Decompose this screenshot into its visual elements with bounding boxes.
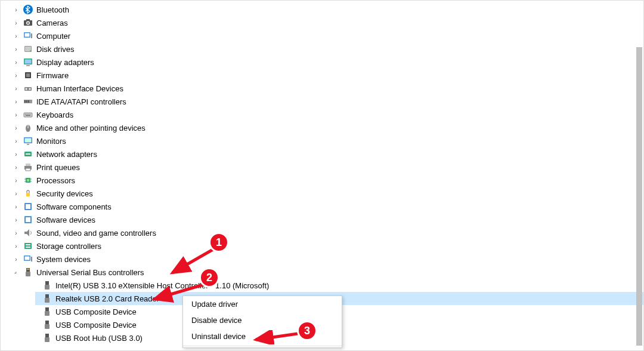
menu-uninstall-device[interactable]: Uninstall device: [183, 328, 342, 344]
usb-device-icon: [42, 281, 52, 290]
category-system[interactable]: › System devices: [13, 253, 643, 266]
storage-icon: [23, 241, 33, 251]
svg-rect-27: [29, 114, 29, 115]
category-computer[interactable]: › Computer: [13, 29, 643, 42]
ide-icon: [23, 97, 33, 106]
expand-icon[interactable]: ›: [13, 230, 20, 236]
category-cameras[interactable]: › Cameras: [13, 16, 643, 29]
category-hid[interactable]: › Human Interface Devices: [13, 82, 643, 95]
annotation-badge-1: 1: [209, 232, 229, 253]
monitor-icon: [23, 136, 33, 146]
category-storage[interactable]: › Storage controllers: [13, 239, 643, 253]
expand-icon[interactable]: ›: [13, 151, 20, 158]
category-label: Software components: [36, 202, 112, 211]
usb-device[interactable]: Intel(R) USB 3.10 eXtensible Host Contro…: [35, 279, 643, 292]
svg-rect-64: [45, 294, 49, 298]
expand-icon[interactable]: ›: [13, 217, 20, 223]
expand-icon[interactable]: ›: [13, 256, 20, 263]
camera-icon: [23, 18, 33, 27]
category-print[interactable]: › Print queues: [13, 161, 643, 174]
expand-icon[interactable]: ›: [13, 190, 20, 197]
category-keyboards[interactable]: › Keyboards: [13, 108, 643, 121]
category-label: Computer: [36, 32, 70, 41]
usb-icon: [23, 267, 33, 277]
expand-icon[interactable]: ›: [13, 125, 20, 131]
hid-icon: [23, 84, 33, 93]
category-sound[interactable]: › Sound, video and game controllers: [13, 226, 643, 239]
expand-icon[interactable]: ›: [13, 7, 20, 13]
expand-icon[interactable]: ›: [13, 164, 20, 171]
expand-icon[interactable]: ›: [13, 33, 20, 39]
usb-device-icon: [42, 320, 52, 330]
expand-icon[interactable]: ›: [13, 85, 20, 92]
expand-icon[interactable]: ›: [13, 72, 20, 79]
expand-icon[interactable]: ›: [13, 98, 20, 105]
annotation-badge-2: 2: [199, 267, 219, 288]
security-icon: [23, 189, 33, 198]
category-label: Monitors: [36, 137, 66, 146]
category-label: Print queues: [36, 163, 80, 172]
expand-icon[interactable]: ›: [13, 243, 20, 250]
category-display[interactable]: › Display adapters: [13, 56, 643, 69]
svg-rect-54: [26, 247, 30, 248]
category-ide[interactable]: › IDE ATA/ATAPI controllers: [13, 95, 643, 108]
svg-rect-7: [31, 33, 32, 38]
menu-update-driver[interactable]: Update driver: [183, 296, 342, 312]
svg-rect-20: [24, 100, 26, 103]
svg-rect-23: [24, 113, 32, 117]
expand-icon[interactable]: ›: [13, 20, 20, 26]
device-label: Realtek USB 2.0 Card Reader: [55, 294, 159, 303]
keyboard-icon: [23, 110, 33, 119]
category-label: Sound, video and game controllers: [36, 229, 156, 238]
category-disk[interactable]: › Disk drives: [13, 42, 643, 56]
svg-rect-13: [26, 65, 30, 66]
context-menu[interactable]: Update driver Disable device Uninstall d…: [182, 295, 342, 348]
software-icon: [23, 202, 33, 211]
expand-icon[interactable]: ›: [13, 46, 20, 53]
category-bluetooth[interactable]: › Bluetooth: [13, 3, 643, 16]
usb-device-icon: [42, 333, 52, 343]
svg-rect-28: [30, 114, 30, 115]
category-software-devices[interactable]: › Software devices: [13, 213, 643, 226]
scrollbar-thumb[interactable]: [636, 47, 642, 346]
category-label: Network adapters: [36, 150, 97, 159]
svg-rect-34: [27, 144, 29, 145]
collapse-icon[interactable]: ›: [11, 267, 21, 277]
category-security[interactable]: › Security devices: [13, 187, 643, 200]
category-label: Firmware: [36, 71, 69, 80]
svg-rect-22: [28, 100, 29, 103]
expand-icon[interactable]: ›: [13, 177, 20, 184]
category-usb[interactable]: › Universal Serial Bus controllers: [13, 266, 643, 279]
category-network[interactable]: › Network adapters: [13, 147, 643, 161]
svg-rect-62: [45, 281, 49, 285]
expand-icon[interactable]: ›: [13, 204, 20, 210]
processor-icon: [23, 176, 33, 185]
expand-icon[interactable]: ›: [13, 59, 20, 66]
category-monitors[interactable]: › Monitors: [13, 134, 643, 147]
svg-rect-57: [31, 257, 32, 261]
svg-rect-56: [25, 257, 30, 260]
usb-device-icon: [42, 294, 52, 303]
svg-point-18: [29, 88, 31, 90]
category-software-components[interactable]: › Software components: [13, 200, 643, 213]
svg-rect-53: [26, 244, 30, 245]
category-label: Storage controllers: [36, 242, 101, 251]
device-label: USB Root Hub (USB 3.0): [55, 334, 143, 343]
svg-rect-65: [45, 298, 49, 303]
category-mice[interactable]: › Mice and other pointing devices: [13, 121, 643, 134]
menu-disable-device[interactable]: Disable device: [183, 312, 342, 328]
category-firmware[interactable]: › Firmware: [13, 69, 643, 82]
device-tree[interactable]: › Bluetooth › Cameras › Computer › Disk …: [1, 1, 643, 347]
svg-rect-4: [26, 19, 30, 20]
category-label: Processors: [36, 176, 75, 185]
expand-icon[interactable]: ›: [13, 138, 20, 144]
system-icon: [23, 254, 33, 264]
expand-icon[interactable]: ›: [13, 112, 20, 118]
svg-rect-24: [25, 114, 26, 115]
disk-icon: [23, 44, 33, 54]
device-label: Intel(R) USB 3.10 eXtensible Host Contro…: [55, 281, 269, 290]
category-processors[interactable]: › Processors: [13, 174, 643, 187]
svg-rect-6: [25, 33, 30, 37]
svg-rect-15: [26, 73, 30, 77]
svg-rect-29: [26, 115, 30, 116]
